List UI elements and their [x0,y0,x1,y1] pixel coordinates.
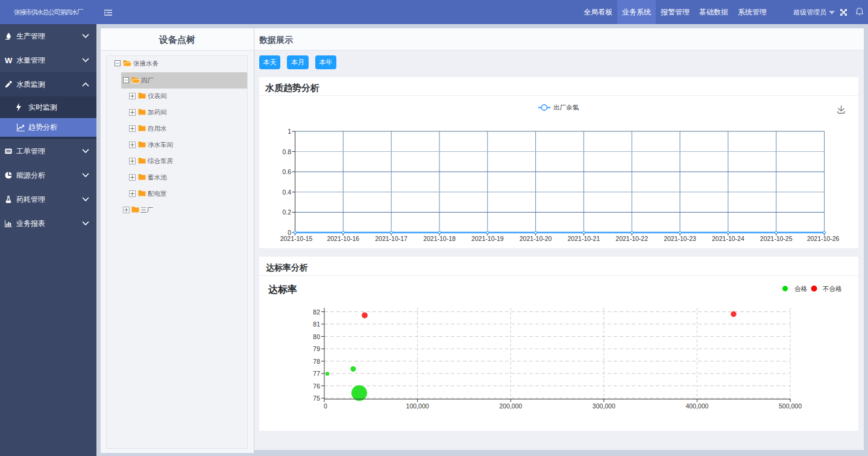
svg-text:2021-10-20: 2021-10-20 [520,235,552,242]
svg-text:合格: 合格 [794,284,808,292]
svg-text:500,000: 500,000 [779,402,802,410]
svg-text:2021-10-23: 2021-10-23 [664,235,696,242]
svg-text:不合格: 不合格 [822,284,842,292]
svg-text:2021-10-25: 2021-10-25 [760,235,793,242]
svg-text:79: 79 [313,345,320,352]
svg-text:81: 81 [313,320,320,328]
svg-text:400,000: 400,000 [685,402,708,410]
svg-text:2021-10-26: 2021-10-26 [807,235,840,242]
svg-text:300,000: 300,000 [593,402,615,410]
svg-text:0.6: 0.6 [282,168,291,175]
svg-text:2021-10-22: 2021-10-22 [615,235,648,242]
svg-text:0.4: 0.4 [282,189,291,196]
svg-text:2021-10-19: 2021-10-19 [471,235,504,242]
svg-text:2021-10-18: 2021-10-18 [423,235,456,242]
svg-text:0.2: 0.2 [282,208,291,216]
svg-text:78: 78 [313,357,320,364]
svg-text:2021-10-24: 2021-10-24 [712,235,744,242]
svg-text:77: 77 [313,370,320,377]
svg-text:75: 75 [313,395,320,402]
svg-text:82: 82 [313,308,320,315]
svg-text:80: 80 [313,333,320,340]
svg-text:出厂余氯: 出厂余氯 [553,104,579,111]
svg-text:100,000: 100,000 [406,402,429,410]
svg-text:0.8: 0.8 [282,148,291,155]
svg-text:0: 0 [324,402,327,410]
svg-text:2021-10-15: 2021-10-15 [280,235,313,242]
svg-text:1: 1 [288,128,291,135]
svg-text:76: 76 [313,382,320,389]
svg-text:200,000: 200,000 [499,402,522,410]
svg-text:2021-10-17: 2021-10-17 [375,235,407,242]
svg-text:2021-10-21: 2021-10-21 [568,235,600,242]
svg-text:2021-10-16: 2021-10-16 [327,235,359,242]
